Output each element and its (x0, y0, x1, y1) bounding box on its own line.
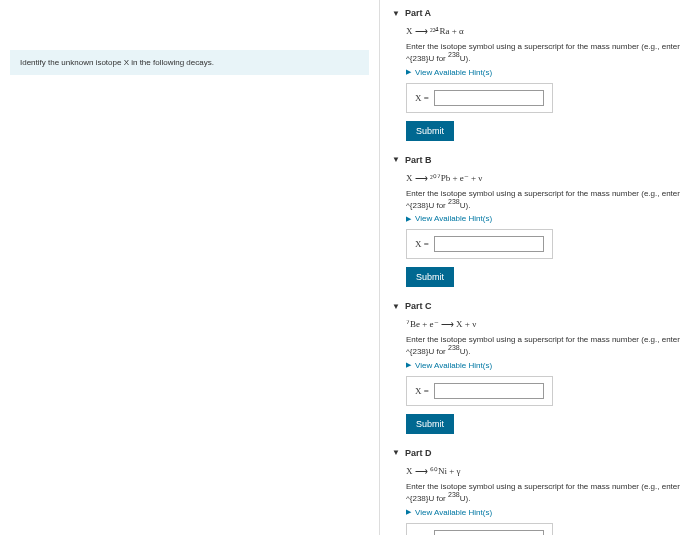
part-d: ▼ Part D X ⟶ ⁶⁰Ni + γ Enter the isotope … (392, 448, 688, 535)
part-a-header[interactable]: ▼ Part A (392, 8, 688, 18)
part-c-instruction: Enter the isotope symbol using a supersc… (406, 335, 688, 356)
hints-label: View Available Hint(s) (415, 214, 492, 223)
chevron-down-icon: ▼ (392, 9, 400, 18)
input-label: X = (415, 239, 429, 249)
part-b-equation: X ⟶ ²⁰⁷Pb + e⁻ + ν (406, 173, 688, 183)
part-c-submit-button[interactable]: Submit (406, 414, 454, 434)
part-b-title: Part B (405, 155, 432, 165)
play-icon: ▶ (406, 215, 411, 223)
part-c-hints-link[interactable]: ▶ View Available Hint(s) (406, 361, 688, 370)
left-pane: Identify the unknown isotope X in the fo… (0, 0, 380, 535)
part-a-instruction: Enter the isotope symbol using a supersc… (406, 42, 688, 63)
input-label: X = (415, 386, 429, 396)
part-c-header[interactable]: ▼ Part C (392, 301, 688, 311)
part-b-submit-button[interactable]: Submit (406, 267, 454, 287)
part-d-title: Part D (405, 448, 432, 458)
part-d-equation: X ⟶ ⁶⁰Ni + γ (406, 466, 688, 476)
chevron-down-icon: ▼ (392, 448, 400, 457)
part-a: ▼ Part A X ⟶ ²²⁴Ra + α Enter the isotope… (392, 8, 688, 141)
part-b-header[interactable]: ▼ Part B (392, 155, 688, 165)
hints-label: View Available Hint(s) (415, 361, 492, 370)
part-a-hints-link[interactable]: ▶ View Available Hint(s) (406, 68, 688, 77)
part-c-input-row: X = (406, 376, 553, 406)
right-pane: ▼ Part A X ⟶ ²²⁴Ra + α Enter the isotope… (380, 0, 700, 535)
part-a-equation: X ⟶ ²²⁴Ra + α (406, 26, 688, 36)
part-b-input-row: X = (406, 229, 553, 259)
play-icon: ▶ (406, 508, 411, 516)
part-c-input[interactable] (434, 383, 544, 399)
part-d-header[interactable]: ▼ Part D (392, 448, 688, 458)
chevron-down-icon: ▼ (392, 302, 400, 311)
part-c: ▼ Part C ⁷Be + e⁻ ⟶ X + ν Enter the isot… (392, 301, 688, 434)
part-d-input[interactable] (434, 530, 544, 535)
part-b-hints-link[interactable]: ▶ View Available Hint(s) (406, 214, 688, 223)
part-d-input-row: X = (406, 523, 553, 535)
hints-label: View Available Hint(s) (415, 508, 492, 517)
part-d-instruction: Enter the isotope symbol using a supersc… (406, 482, 688, 503)
part-c-title: Part C (405, 301, 432, 311)
question-prompt: Identify the unknown isotope X in the fo… (10, 50, 369, 75)
part-a-title: Part A (405, 8, 431, 18)
part-b-instruction: Enter the isotope symbol using a supersc… (406, 189, 688, 210)
hints-label: View Available Hint(s) (415, 68, 492, 77)
input-label: X = (415, 93, 429, 103)
part-c-equation: ⁷Be + e⁻ ⟶ X + ν (406, 319, 688, 329)
play-icon: ▶ (406, 68, 411, 76)
play-icon: ▶ (406, 361, 411, 369)
part-d-hints-link[interactable]: ▶ View Available Hint(s) (406, 508, 688, 517)
part-a-input[interactable] (434, 90, 544, 106)
part-a-submit-button[interactable]: Submit (406, 121, 454, 141)
chevron-down-icon: ▼ (392, 155, 400, 164)
part-a-input-row: X = (406, 83, 553, 113)
part-b: ▼ Part B X ⟶ ²⁰⁷Pb + e⁻ + ν Enter the is… (392, 155, 688, 288)
part-b-input[interactable] (434, 236, 544, 252)
